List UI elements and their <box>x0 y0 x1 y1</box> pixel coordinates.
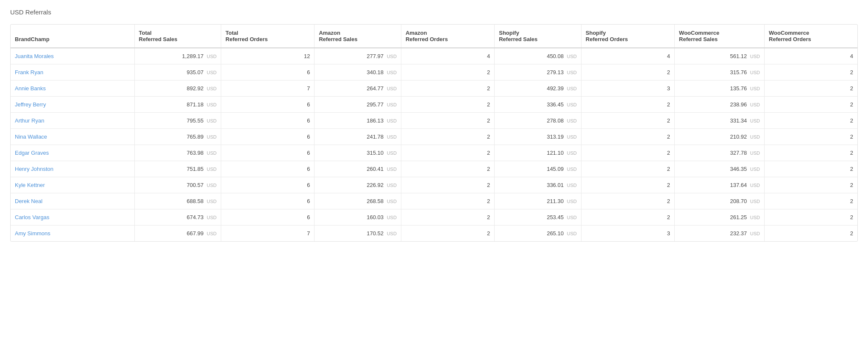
col-total-orders: TotalReferred Orders <box>221 25 314 48</box>
shopify-referred-sales: 265.10 USD <box>495 226 581 242</box>
amazon-referred-orders: 2 <box>401 161 494 177</box>
total-referred-sales: 935.07 USD <box>134 64 221 81</box>
page-title: USD Referrals <box>10 8 858 16</box>
woo-referred-sales: 331.34 USD <box>675 113 765 129</box>
shopify-referred-orders: 2 <box>581 129 674 145</box>
brandchamp-name[interactable]: Jeffrey Berry <box>11 97 134 113</box>
amazon-referred-sales: 170.52 USD <box>314 226 401 242</box>
woo-referred-orders: 2 <box>765 161 857 177</box>
table-row: Henry Johnston751.85 USD6260.41 USD2145.… <box>11 161 857 177</box>
shopify-referred-sales: 278.08 USD <box>495 113 581 129</box>
table-row: Arthur Ryan795.55 USD6186.13 USD2278.08 … <box>11 113 857 129</box>
shopify-referred-orders: 2 <box>581 209 674 226</box>
brandchamp-name[interactable]: Henry Johnston <box>11 161 134 177</box>
amazon-referred-orders: 2 <box>401 64 494 81</box>
table-row: Kyle Kettner700.57 USD6226.92 USD2336.01… <box>11 177 857 193</box>
amazon-referred-sales: 186.13 USD <box>314 113 401 129</box>
amazon-referred-sales: 264.77 USD <box>314 81 401 97</box>
col-woo-orders: WooCommerceReferred Orders <box>765 25 857 48</box>
brandchamp-name[interactable]: Arthur Ryan <box>11 113 134 129</box>
referrals-table-container: BrandChamp TotalReferred Sales TotalRefe… <box>10 24 858 242</box>
total-referred-sales: 1,289.17 USD <box>134 48 221 64</box>
table-row: Carlos Vargas674.73 USD6160.03 USD2253.4… <box>11 209 857 226</box>
amazon-referred-orders: 2 <box>401 193 494 209</box>
total-referred-orders: 6 <box>221 209 314 226</box>
table-row: Amy Simmons667.99 USD7170.52 USD2265.10 … <box>11 226 857 242</box>
woo-referred-orders: 2 <box>765 113 857 129</box>
woo-referred-sales: 315.76 USD <box>675 64 765 81</box>
total-referred-sales: 892.92 USD <box>134 81 221 97</box>
woo-referred-orders: 2 <box>765 177 857 193</box>
woo-referred-sales: 210.92 USD <box>675 129 765 145</box>
shopify-referred-orders: 3 <box>581 81 674 97</box>
total-referred-orders: 6 <box>221 145 314 161</box>
woo-referred-sales: 137.64 USD <box>675 177 765 193</box>
amazon-referred-sales: 315.10 USD <box>314 145 401 161</box>
col-brandchamp: BrandChamp <box>11 25 134 48</box>
amazon-referred-orders: 2 <box>401 81 494 97</box>
woo-referred-orders: 2 <box>765 81 857 97</box>
amazon-referred-sales: 226.92 USD <box>314 177 401 193</box>
woo-referred-orders: 2 <box>765 209 857 226</box>
table-row: Frank Ryan935.07 USD6340.18 USD2279.13 U… <box>11 64 857 81</box>
amazon-referred-orders: 2 <box>401 97 494 113</box>
woo-referred-orders: 2 <box>765 64 857 81</box>
shopify-referred-sales: 336.45 USD <box>495 97 581 113</box>
total-referred-sales: 674.73 USD <box>134 209 221 226</box>
shopify-referred-sales: 313.19 USD <box>495 129 581 145</box>
shopify-referred-orders: 2 <box>581 113 674 129</box>
amazon-referred-sales: 260.41 USD <box>314 161 401 177</box>
total-referred-sales: 765.89 USD <box>134 129 221 145</box>
amazon-referred-orders: 4 <box>401 48 494 64</box>
total-referred-sales: 700.57 USD <box>134 177 221 193</box>
woo-referred-sales: 208.70 USD <box>675 193 765 209</box>
col-total-sales: TotalReferred Sales <box>134 25 221 48</box>
brandchamp-name[interactable]: Carlos Vargas <box>11 209 134 226</box>
shopify-referred-orders: 2 <box>581 161 674 177</box>
total-referred-orders: 6 <box>221 177 314 193</box>
woo-referred-orders: 4 <box>765 48 857 64</box>
brandchamp-name[interactable]: Annie Banks <box>11 81 134 97</box>
table-body: Juanita Morales1,289.17 USD12277.97 USD4… <box>11 48 857 241</box>
total-referred-sales: 667.99 USD <box>134 226 221 242</box>
woo-referred-sales: 561.12 USD <box>675 48 765 64</box>
total-referred-orders: 6 <box>221 64 314 81</box>
amazon-referred-orders: 2 <box>401 113 494 129</box>
woo-referred-sales: 327.78 USD <box>675 145 765 161</box>
amazon-referred-sales: 268.58 USD <box>314 193 401 209</box>
amazon-referred-sales: 241.78 USD <box>314 129 401 145</box>
shopify-referred-orders: 2 <box>581 193 674 209</box>
brandchamp-name[interactable]: Amy Simmons <box>11 226 134 242</box>
shopify-referred-orders: 2 <box>581 145 674 161</box>
table-row: Jeffrey Berry871.18 USD6295.77 USD2336.4… <box>11 97 857 113</box>
referrals-table: BrandChamp TotalReferred Sales TotalRefe… <box>11 25 857 241</box>
woo-referred-orders: 2 <box>765 145 857 161</box>
total-referred-sales: 763.98 USD <box>134 145 221 161</box>
amazon-referred-sales: 340.18 USD <box>314 64 401 81</box>
brandchamp-name[interactable]: Nina Wallace <box>11 129 134 145</box>
brandchamp-name[interactable]: Edgar Graves <box>11 145 134 161</box>
col-woo-sales: WooCommerceReferred Sales <box>675 25 765 48</box>
table-row: Nina Wallace765.89 USD6241.78 USD2313.19… <box>11 129 857 145</box>
col-shopify-orders: ShopifyReferred Orders <box>581 25 674 48</box>
brandchamp-name[interactable]: Kyle Kettner <box>11 177 134 193</box>
total-referred-sales: 688.58 USD <box>134 193 221 209</box>
total-referred-orders: 7 <box>221 81 314 97</box>
col-amazon-orders: AmazonReferred Orders <box>401 25 494 48</box>
amazon-referred-sales: 295.77 USD <box>314 97 401 113</box>
brandchamp-name[interactable]: Frank Ryan <box>11 64 134 81</box>
header-row: BrandChamp TotalReferred Sales TotalRefe… <box>11 25 857 48</box>
total-referred-orders: 6 <box>221 193 314 209</box>
amazon-referred-sales: 277.97 USD <box>314 48 401 64</box>
table-header: BrandChamp TotalReferred Sales TotalRefe… <box>11 25 857 48</box>
shopify-referred-orders: 4 <box>581 48 674 64</box>
brandchamp-name[interactable]: Juanita Morales <box>11 48 134 64</box>
shopify-referred-sales: 336.01 USD <box>495 177 581 193</box>
shopify-referred-orders: 3 <box>581 226 674 242</box>
amazon-referred-orders: 2 <box>401 226 494 242</box>
woo-referred-sales: 232.37 USD <box>675 226 765 242</box>
shopify-referred-sales: 253.45 USD <box>495 209 581 226</box>
table-row: Juanita Morales1,289.17 USD12277.97 USD4… <box>11 48 857 64</box>
brandchamp-name[interactable]: Derek Neal <box>11 193 134 209</box>
total-referred-orders: 6 <box>221 113 314 129</box>
